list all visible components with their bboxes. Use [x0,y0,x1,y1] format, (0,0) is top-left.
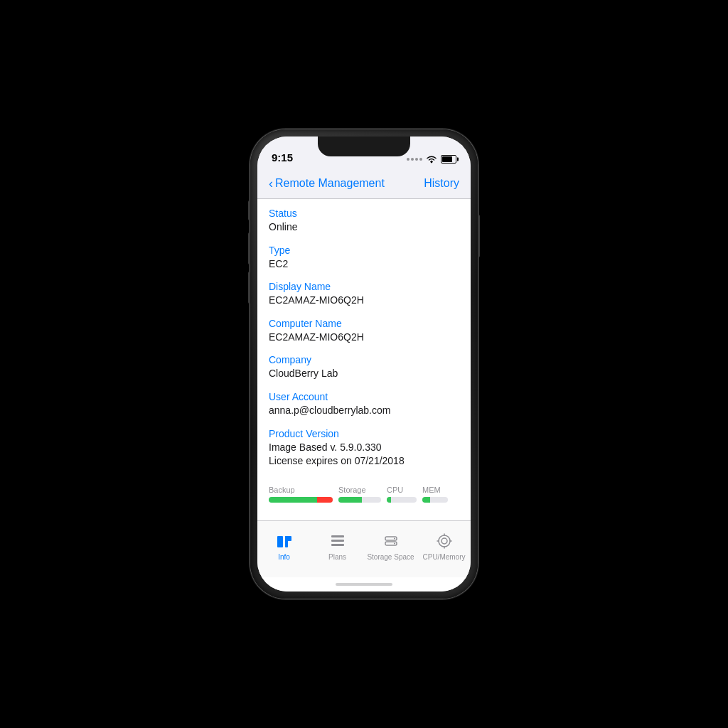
product-version-section: Product Version Image Based v. 5.9.0.330… [269,428,459,469]
svg-rect-4 [331,535,344,537]
user-account-section: User Account anna.p@cloudberrylab.com [269,391,459,418]
tab-bar: Info Plans [257,520,471,577]
tab-info-label: Info [278,553,290,561]
progress-bars: Backup Storage CPU [269,478,459,510]
svg-point-12 [441,538,447,544]
tab-info[interactable]: Info [257,531,311,561]
storage-space-icon [381,531,401,551]
phone-screen: 9:15 [257,136,471,592]
display-name-value: EC2AMAZ-MIO6Q2H [269,294,459,308]
company-value: CloudBerry Lab [269,367,459,381]
display-name-section: Display Name EC2AMAZ-MIO6Q2H [269,281,459,308]
svg-point-0 [431,161,432,163]
type-section: Type EC2 [269,245,459,272]
signal-icon [407,158,422,161]
backup-bar-label: Backup [269,486,295,494]
mem-bar-green [422,497,430,503]
mem-bar-group: MEM [422,486,448,503]
plans-icon [328,531,348,551]
svg-rect-1 [277,536,283,547]
volume-down-button [248,272,250,304]
back-button[interactable]: ‹ Remote Management [269,177,385,190]
chevron-left-icon: ‹ [269,177,273,190]
tab-plans-label: Plans [328,553,346,561]
product-version-label: Product Version [269,428,459,439]
home-bar [336,583,392,586]
silent-switch [248,200,250,220]
user-account-label: User Account [269,391,459,402]
battery-icon [441,155,456,164]
svg-point-11 [439,535,450,547]
user-account-value: anna.p@cloudberrylab.com [269,404,459,418]
status-section: Status Online [269,208,459,235]
tab-storage-label: Storage Space [367,553,414,561]
storage-bar-green [338,497,362,503]
notch [318,136,410,156]
home-indicator [257,577,471,592]
status-icons [407,155,456,164]
computer-name-section: Computer Name EC2AMAZ-MIO6Q2H [269,318,459,345]
tab-cpu-memory[interactable]: CPU/Memory [417,531,471,561]
cpu-bar-group: CPU [387,486,417,503]
power-button [478,215,480,257]
status-value: Online [269,220,459,235]
computer-name-value: EC2AMAZ-MIO6Q2H [269,331,459,345]
back-label: Remote Management [275,177,385,190]
backup-bar-track [269,497,333,503]
cpu-bar-label: CPU [387,486,403,494]
svg-rect-5 [331,540,344,542]
mem-bar-track [422,497,448,503]
storage-bar-label: Storage [338,486,366,494]
cpu-bar-track [387,497,417,503]
type-label: Type [269,245,459,256]
backup-bar-group: Backup [269,486,333,503]
svg-rect-3 [285,536,291,541]
storage-bar-group: Storage [338,486,381,503]
svg-rect-6 [331,544,344,546]
computer-name-label: Computer Name [269,318,459,329]
svg-point-9 [394,537,395,539]
cpu-memory-icon [434,531,454,551]
storage-bar-track [338,497,381,503]
type-value: EC2 [269,257,459,272]
wifi-icon [426,155,437,164]
info-icon [274,531,294,551]
phone-frame: 9:15 [250,129,478,599]
backup-bar-red [317,497,333,503]
tab-storage-space[interactable]: Storage Space [364,531,417,561]
product-version-value: Image Based v. 5.9.0.330License expires … [269,441,459,469]
content-area: Status Online Type EC2 Display Name EC2A… [257,199,471,520]
cpu-bar-green [387,497,391,503]
status-label: Status [269,208,459,219]
status-time: 9:15 [272,151,293,164]
company-label: Company [269,354,459,365]
tab-plans[interactable]: Plans [311,531,364,561]
display-name-label: Display Name [269,281,459,292]
backup-bar-green [269,497,317,503]
navigation-bar: ‹ Remote Management History [257,168,471,199]
tab-cpu-memory-label: CPU/Memory [422,553,465,561]
svg-point-10 [394,542,395,544]
mem-bar-label: MEM [422,486,441,494]
history-button[interactable]: History [424,177,459,190]
volume-up-button [248,232,250,264]
company-section: Company CloudBerry Lab [269,354,459,381]
